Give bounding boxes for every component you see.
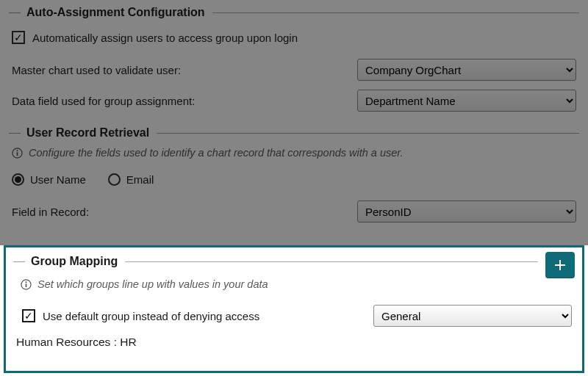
legend-line	[125, 261, 538, 262]
plus-icon	[554, 259, 566, 271]
default-group-checkbox[interactable]: ✓	[22, 309, 35, 322]
legend-dash	[9, 12, 21, 13]
section-legend: Auto-Assignment Configuration	[9, 6, 579, 19]
section-title: Auto-Assignment Configuration	[26, 6, 205, 19]
data-field-label: Data field used for group assignment:	[12, 95, 357, 107]
legend-dash	[13, 261, 25, 262]
radio-username-label: User Name	[30, 173, 86, 186]
section-title: Group Mapping	[31, 255, 118, 268]
field-in-record-label: Field in Record:	[12, 206, 357, 218]
user-record-retrieval-section: User Record Retrieval Configure the fiel…	[6, 120, 582, 228]
default-group-select[interactable]: General	[373, 305, 572, 327]
legend-line	[157, 133, 579, 134]
radio-email-label: Email	[126, 173, 154, 186]
svg-rect-7	[26, 283, 27, 287]
svg-rect-2	[17, 152, 18, 156]
radio-email[interactable]	[108, 173, 121, 186]
info-icon	[21, 279, 32, 290]
group-mapping-panel: Group Mapping Set which groups line up w…	[4, 245, 584, 373]
section-legend: Group Mapping	[13, 255, 575, 268]
legend-dash	[9, 133, 21, 134]
field-in-record-select[interactable]: PersonID	[357, 200, 576, 223]
master-chart-select[interactable]: Company OrgChart	[357, 59, 576, 81]
auto-assignment-section: Auto-Assignment Configuration ✓ Automati…	[6, 0, 582, 118]
auto-assign-checkbox[interactable]: ✓	[12, 31, 25, 44]
svg-point-1	[16, 150, 18, 151]
groupmap-info-text: Set which groups line up with values in …	[37, 278, 268, 290]
section-title: User Record Retrieval	[26, 126, 149, 140]
mapping-entry: Human Resources : HR	[13, 333, 575, 352]
data-field-select[interactable]: Department Name	[357, 90, 576, 112]
info-icon	[12, 148, 23, 159]
section-legend: User Record Retrieval	[9, 126, 579, 140]
default-group-checkbox-label: Use default group instead of denying acc…	[43, 310, 366, 322]
radio-username[interactable]	[12, 173, 24, 186]
auto-assign-checkbox-label: Automatically assign users to access gro…	[32, 32, 298, 44]
retrieval-info-text: Configure the fields used to identify a …	[29, 147, 404, 159]
legend-line	[212, 12, 579, 13]
add-mapping-button[interactable]	[545, 252, 575, 278]
svg-rect-4	[555, 264, 565, 266]
master-chart-label: Master chart used to validate user:	[12, 64, 357, 76]
svg-point-6	[25, 281, 26, 283]
